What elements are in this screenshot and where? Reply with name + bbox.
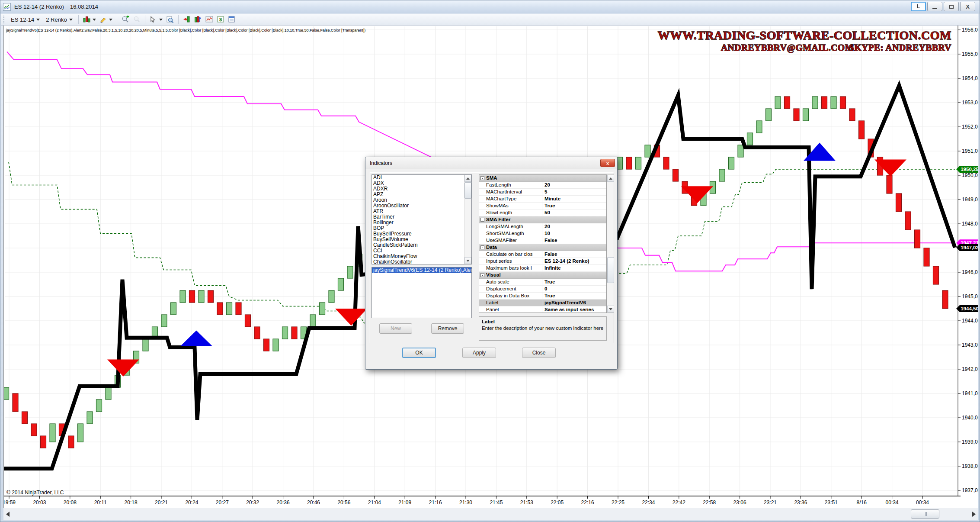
indicator-list-item[interactable]: AroonOscillator (372, 203, 471, 209)
instrument-selector[interactable]: ES 12-14 (8, 15, 43, 24)
chevron-down-icon[interactable] (109, 19, 112, 21)
properties-icon[interactable] (227, 15, 237, 24)
property-group-header[interactable]: -Visual (479, 272, 606, 279)
collapse-icon[interactable]: - (480, 273, 484, 277)
collapse-icon[interactable]: - (480, 218, 484, 222)
collapse-icon[interactable]: - (480, 245, 484, 249)
scrollbar-thumb[interactable] (607, 257, 614, 283)
drawing-tools-icon[interactable] (98, 15, 109, 24)
zoom-out-icon[interactable] (131, 15, 142, 24)
property-row[interactable]: FastLength20 (479, 182, 606, 189)
indicator-list-item[interactable]: ChaikinOscillator (372, 259, 471, 264)
scrollbar-thumb[interactable] (911, 509, 939, 519)
property-row[interactable]: UseSMAFilterFalse (479, 237, 606, 244)
property-row[interactable]: SlowLength50 (479, 209, 606, 216)
property-row[interactable]: ShortSMALength10 (479, 230, 606, 237)
collapse-icon[interactable]: - (480, 176, 484, 180)
close-dialog-button[interactable]: Close (522, 348, 556, 358)
title-bar[interactable]: ES 12-14 (2 Renko) 16.08.2014 L X (0, 0, 980, 13)
selected-indicator-item[interactable]: jaySignalTrendV6(ES 12-14 (2 Renko),Aler… (372, 267, 471, 273)
minimize-button[interactable] (927, 2, 942, 11)
property-value[interactable]: ES 12-14 (2 Renko) (542, 258, 606, 264)
selected-indicators-list[interactable]: jaySignalTrendV6(ES 12-14 (2 Renko),Aler… (372, 267, 472, 318)
property-value[interactable]: Infinite (542, 265, 606, 271)
chart-trader-icon[interactable] (182, 15, 192, 24)
period-selector[interactable]: 2 Renko (43, 15, 75, 24)
property-value[interactable]: Minute (542, 196, 606, 202)
mini-chart-icon[interactable] (204, 15, 215, 24)
window-title-date: 16.08.2014 (70, 3, 98, 10)
link-button[interactable]: L (911, 2, 926, 11)
close-button[interactable]: X (960, 2, 975, 11)
renko-down-bar (840, 97, 846, 109)
indicator-list-item[interactable]: ADXR (372, 186, 471, 192)
scroll-right-icon[interactable] (972, 512, 976, 517)
scroll-down-icon[interactable] (464, 257, 471, 264)
chevron-down-icon[interactable] (93, 19, 96, 21)
renko-down-bar (236, 303, 241, 315)
time-axis-label: 21:16 (429, 499, 442, 506)
property-value[interactable]: 0 (542, 286, 606, 292)
pointer-icon[interactable] (148, 15, 159, 24)
property-value[interactable]: Same as input series (542, 306, 606, 313)
property-value[interactable]: True (542, 279, 606, 285)
chevron-down-icon[interactable] (159, 19, 163, 21)
property-value[interactable]: 10 (542, 230, 606, 237)
property-row[interactable]: Auto scaleTrue (479, 279, 606, 286)
property-row[interactable]: ShowMAsTrue (479, 203, 606, 209)
horizontal-scrollbar[interactable] (3, 508, 979, 520)
renko-down-bar (264, 339, 269, 351)
property-value[interactable]: False (542, 237, 606, 244)
restore-button[interactable] (944, 2, 959, 11)
zoom-in-icon[interactable] (120, 15, 131, 24)
property-value[interactable]: 50 (542, 209, 606, 216)
property-row[interactable]: Maximum bars look lInfinite (479, 265, 606, 272)
apply-button[interactable]: Apply (462, 348, 496, 358)
scroll-left-icon[interactable] (6, 512, 10, 517)
list-scrollbar[interactable] (464, 175, 471, 264)
ok-button[interactable]: OK (402, 348, 436, 358)
indicator-list-item[interactable]: Bollinger (372, 220, 471, 226)
data-box-icon[interactable] (165, 15, 175, 24)
scroll-up-icon[interactable] (607, 175, 614, 182)
property-group-header[interactable]: -Data (479, 244, 606, 251)
property-row[interactable]: Calculate on bar closFalse (479, 251, 606, 258)
indicator-list-item[interactable]: ADL (372, 175, 471, 180)
property-row[interactable]: LabeljaySignalTrendV6 (479, 300, 606, 306)
property-value[interactable]: True (542, 203, 606, 209)
dialog-close-button[interactable]: x (600, 159, 615, 167)
property-row[interactable]: LongSMALength20 (479, 223, 606, 230)
scroll-down-icon[interactable] (607, 306, 614, 313)
property-row[interactable]: Display in Data BoxTrue (479, 293, 606, 300)
property-row[interactable]: Displacement0 (479, 286, 606, 293)
scroll-up-icon[interactable] (464, 175, 471, 182)
property-value[interactable]: 20 (542, 182, 606, 188)
property-value[interactable]: False (542, 251, 606, 258)
property-group-header[interactable]: -SMA (479, 175, 606, 182)
indicators-window-icon[interactable] (193, 15, 203, 24)
chart-style-icon[interactable] (82, 15, 92, 24)
property-group-header[interactable]: -SMA Filter (479, 216, 606, 223)
scrollbar-thumb[interactable] (464, 182, 471, 199)
property-value[interactable]: True (542, 293, 606, 299)
available-indicators-list[interactable]: ADLADXADXRAPZAroonAroonOscillatorATRBarT… (372, 174, 472, 264)
property-row[interactable]: Input seriesES 12-14 (2 Renko) (479, 258, 606, 265)
renko-up-bar (329, 290, 334, 303)
chart-window: ES 12-14 (2 Renko) 16.08.2014 L X ES 12-… (0, 0, 980, 522)
dialog-title-bar[interactable]: Indicators x (365, 157, 617, 169)
property-value[interactable]: 5 (542, 189, 606, 195)
property-row[interactable]: MAChartTypeMinute (479, 196, 606, 203)
account-data-icon[interactable]: $ (215, 15, 226, 24)
indicator-list-item[interactable]: CandleStickPattern (372, 242, 471, 248)
renko-down-bar (626, 157, 632, 169)
property-row[interactable]: MAChartInterval5 (479, 189, 606, 196)
property-value[interactable]: jaySignalTrendV6 (542, 300, 606, 306)
property-description-title: Label (482, 319, 604, 325)
property-grid[interactable]: -SMAFastLength20MAChartInterval5MAChartT… (479, 174, 607, 313)
new-button[interactable]: New (379, 323, 412, 334)
property-row[interactable]: PanelSame as input series (479, 306, 606, 313)
toolbar-grip[interactable] (3, 16, 5, 23)
grid-scrollbar[interactable] (607, 174, 614, 313)
remove-button[interactable]: Remove (431, 323, 464, 334)
property-value[interactable]: 20 (542, 223, 606, 230)
